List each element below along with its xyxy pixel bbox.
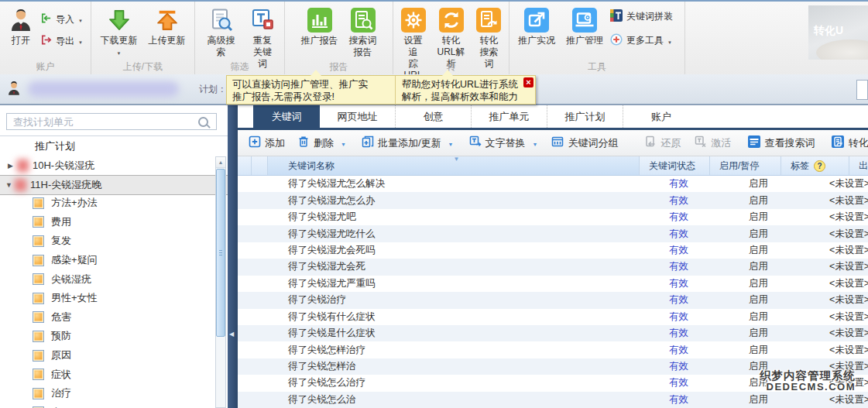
sidebar-collapse-bar[interactable]	[228, 105, 238, 408]
conversion-search-button[interactable]: 转化搜	[832, 135, 868, 150]
ribbon-toolbar: 打开 导入 导出 账户 下载更新	[0, 2, 868, 75]
keyword-table-row[interactable]: 得了尖锐湿尤吧 有效 启用 <未设置> 0.	[238, 209, 868, 225]
tree-unit-item[interactable]: 中医	[0, 403, 228, 408]
activate-button-disabled[interactable]: 激活	[695, 135, 731, 150]
tree-unit-item[interactable]: 感染+疑问	[0, 251, 228, 270]
tree-unit-item[interactable]: 危害	[0, 308, 228, 327]
import-label: 导入	[56, 13, 74, 26]
tree-unit-item[interactable]: 预防	[0, 327, 228, 346]
open-button[interactable]: 打开	[3, 5, 39, 49]
promotion-report-button[interactable]: 推广报告	[296, 5, 344, 49]
keyword-assemble-button[interactable]: 关键词拼装	[610, 9, 673, 24]
tree-unit-item[interactable]: 方法+办法	[0, 194, 228, 213]
close-icon[interactable]: ×	[523, 77, 533, 87]
checkbox-column-header[interactable]	[252, 156, 268, 175]
import-button[interactable]: 导入	[40, 12, 83, 26]
promotion-live-button[interactable]: 推广实况	[513, 5, 561, 49]
download-update-caret[interactable]	[117, 46, 122, 57]
keyword-table-row[interactable]: 得了尖锐怎样治疗 有效 启用 <未设置> 0.	[238, 341, 868, 358]
tree-plan-item-10h[interactable]: 10H-尖锐湿疣	[0, 156, 228, 175]
plan-filter-label: 计划：	[199, 83, 227, 96]
download-update-button[interactable]: 下载更新	[95, 5, 143, 60]
scrollbar-thumb[interactable]	[216, 169, 225, 337]
export-button[interactable]: 导出	[40, 34, 83, 48]
column-header-bid[interactable]: 出	[849, 156, 868, 175]
tree-unit-item[interactable]: 症状	[0, 365, 228, 384]
tree-plan-item-11h-selected[interactable]: 11H-尖锐湿疣晚	[0, 175, 228, 195]
keyword-table-row[interactable]: 得了尖锐有什么症状 有效 启用 <未设置> 0.	[238, 309, 868, 325]
text-replace-button[interactable]: 文字替换	[469, 135, 538, 150]
keyword-table-row[interactable]: 得了尖锐治疗 有效 启用 <未设置> 0.	[238, 292, 868, 308]
keyword-table-row[interactable]: 得了尖锐怎么治 有效 启用 <未设置> 0.	[238, 392, 868, 408]
more-tools-button[interactable]: 更多工具	[610, 33, 673, 48]
entity-tab[interactable]: 账户	[623, 105, 699, 128]
tree-unit-item[interactable]: 原因	[0, 346, 228, 365]
entity-tab[interactable]: 网页地址	[320, 105, 396, 128]
text-replace-dropdown-caret[interactable]	[530, 137, 538, 149]
keyword-table-row[interactable]: 得了尖锐湿尤怎么办 有效 启用 <未设置> 0.	[238, 192, 868, 208]
search-icon[interactable]	[198, 117, 208, 127]
scroll-up-icon[interactable]: ▲	[216, 157, 225, 168]
row-marker-column-header[interactable]	[238, 156, 252, 175]
keyword-table-row[interactable]: 得了尖锐是什么症状 有效 启用 <未设置> 0.	[238, 325, 868, 341]
delete-button[interactable]: 删除	[297, 135, 346, 150]
upload-update-button[interactable]: 上传更新	[143, 5, 191, 49]
unit-label: 危害	[51, 310, 71, 324]
keyword-name-cell: 得了尖锐怎样治疗	[268, 344, 660, 357]
batch-dropdown-caret[interactable]	[445, 137, 454, 149]
promotion-live-label: 推广实况	[518, 35, 555, 46]
tab-label: 推广计划	[565, 110, 606, 124]
enable-pause-cell: 启用	[739, 194, 820, 207]
entity-tab[interactable]: 推广计划	[547, 105, 623, 128]
conversion-search-icon	[832, 135, 844, 150]
help-icon[interactable]: ?	[814, 160, 825, 172]
plan-filter-input[interactable]	[856, 80, 868, 100]
collapse-left-icon	[229, 331, 234, 338]
window-top-edge	[0, 0, 868, 2]
conversion-url-promo-banner[interactable]: 转化U	[808, 5, 868, 60]
keyword-group-button[interactable]: 关键词分组	[551, 135, 618, 150]
search-input[interactable]	[12, 115, 198, 129]
tree-unit-item[interactable]: 复发	[0, 231, 228, 251]
keyword-name-cell: 得了尖锐湿尤吧	[268, 211, 660, 224]
entity-tab[interactable]: 创意	[396, 105, 472, 128]
collapsed-triangle-icon[interactable]	[8, 162, 15, 170]
entity-tab[interactable]: 关键词	[253, 105, 320, 128]
keyword-table-row[interactable]: 得了尖锐湿尤会死 有效 启用 <未设置> 0.	[238, 259, 868, 275]
tree-unit-item[interactable]: 费用	[0, 213, 228, 232]
tree-unit-item[interactable]: 男性+女性	[0, 289, 228, 308]
promotion-manage-button[interactable]: 推广管理	[561, 5, 609, 49]
tree-unit-item[interactable]: 尖锐湿疣	[0, 269, 228, 289]
more-tools-caret[interactable]	[667, 36, 672, 46]
keyword-table-row[interactable]: 得了尖锐湿尤严重吗 有效 启用 <未设置> 0.	[238, 276, 868, 292]
plan-search-box[interactable]	[6, 113, 217, 130]
import-dropdown-caret[interactable]	[78, 14, 83, 25]
restore-button-disabled[interactable]: 还原	[644, 135, 681, 150]
sidebar-scrollbar[interactable]: ▲	[215, 156, 226, 408]
enable-pause-cell: 启用	[739, 277, 820, 290]
column-header-keyword-status[interactable]: 关键词状态	[640, 156, 710, 175]
delete-dropdown-caret[interactable]	[338, 137, 346, 149]
advanced-search-button[interactable]: 高级搜索	[198, 5, 244, 60]
export-dropdown-caret[interactable]	[78, 36, 83, 46]
unit-label: 原因	[51, 348, 71, 362]
batch-add-update-button[interactable]: 批量添加/更新	[362, 135, 454, 150]
tree-unit-item[interactable]: 治疗	[0, 384, 228, 403]
entity-tab-bar: 关键词网页地址创意推广单元推广计划账户	[238, 105, 868, 130]
keyword-table-row[interactable]: 得了尖锐湿尤吃什么 有效 启用 <未设置> 0.	[238, 225, 868, 242]
import-icon	[40, 12, 52, 26]
keyword-table-row[interactable]: 得了尖锐湿尤会死吗 有效 启用 <未设置> 0.	[238, 242, 868, 259]
column-header-enable-pause[interactable]: 启用/暂停	[710, 156, 781, 175]
column-header-keyword-name[interactable]: 关键词名称	[268, 156, 640, 175]
column-header-tag[interactable]: 标签 ?	[781, 156, 849, 175]
plan-status-icon-redacted	[15, 179, 26, 191]
tooltip-pointer	[310, 70, 321, 76]
keyword-table-row[interactable]: 得了尖锐湿尤怎么解决 有效 启用 <未设置> 0.	[238, 176, 868, 192]
add-button[interactable]: 添加	[249, 135, 285, 150]
sort-desc-icon[interactable]	[454, 156, 460, 163]
expanded-triangle-icon[interactable]	[5, 181, 13, 189]
keyword-name-cell: 得了尖锐治疗	[268, 293, 660, 307]
search-term-report-button[interactable]: 搜索词 报告	[344, 5, 383, 60]
view-search-terms-button[interactable]: 查看搜索词	[748, 135, 815, 150]
entity-tab[interactable]: 推广单元	[472, 105, 547, 128]
